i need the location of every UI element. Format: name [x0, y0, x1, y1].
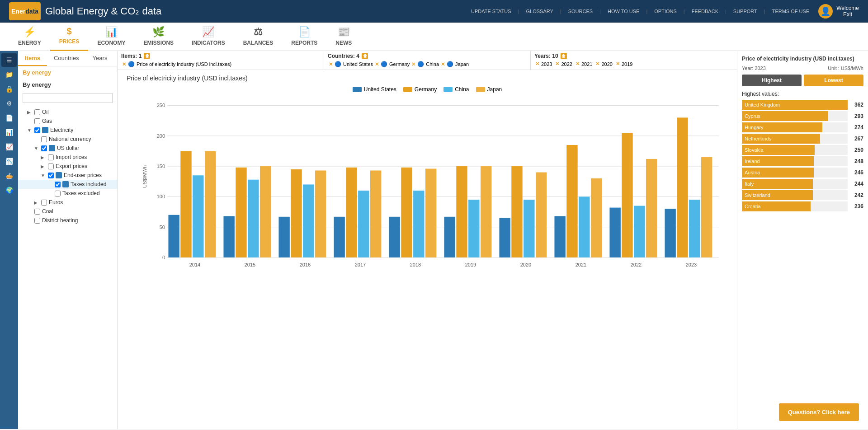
sub-tab-items[interactable]: Items	[18, 51, 47, 66]
tree-item-electricity[interactable]: ▼ Electricity	[18, 126, 117, 135]
balances-icon: ⚖	[254, 26, 263, 38]
arrow-icon	[27, 119, 33, 124]
bar	[223, 216, 234, 257]
years-trash-icon[interactable]: 🗑	[561, 53, 567, 59]
end-user-prices-checkbox[interactable]	[48, 173, 54, 178]
euros-checkbox[interactable]	[41, 200, 47, 206]
countries-entry-1: ✕ 🔵 Germany	[375, 61, 410, 67]
tree-item-import-prices[interactable]: ▶ Import prices	[18, 153, 117, 162]
sidebar-icon-lock[interactable]: 🔒	[1, 82, 17, 96]
sidebar-icon-chart[interactable]: 📊	[1, 126, 17, 139]
bar	[622, 133, 632, 257]
sub-tabs: Items Countries Years	[18, 51, 117, 66]
tab-economy[interactable]: 📊 ECONOMY	[88, 23, 134, 51]
sidebar-icon-globe[interactable]: 🌍	[1, 183, 17, 197]
tree-item-export-prices[interactable]: ▶ Export prices	[18, 162, 117, 171]
sidebar-icon-settings[interactable]: ⚙	[1, 97, 17, 110]
sources-link[interactable]: SOURCES	[568, 9, 593, 14]
countries-remove-1[interactable]: ✕	[375, 61, 379, 67]
coal-checkbox[interactable]	[34, 209, 40, 215]
tree-item-taxes-included[interactable]: Taxes included	[18, 180, 117, 189]
tree-item-coal[interactable]: Coal	[18, 207, 117, 216]
years-remove-2[interactable]: ✕	[576, 61, 580, 67]
years-remove-1[interactable]: ✕	[555, 61, 559, 67]
reports-icon: 📄	[298, 26, 311, 38]
highest-values-label: Highest values:	[742, 91, 863, 97]
taxes-excluded-checkbox[interactable]	[55, 191, 61, 196]
oil-checkbox[interactable]	[34, 109, 40, 115]
sidebar-icon-barchart[interactable]: 📉	[1, 154, 17, 168]
sidebar-icon-linechart[interactable]: 📈	[1, 140, 17, 154]
svg-text:2016: 2016	[300, 262, 311, 267]
tree-item-gas[interactable]: Gas	[18, 117, 117, 126]
rank-country: United Kingdom	[745, 102, 780, 108]
export-prices-checkbox[interactable]	[48, 164, 54, 169]
national-currency-checkbox[interactable]	[41, 136, 47, 142]
tree-item-taxes-excluded[interactable]: Taxes excluded	[18, 189, 117, 198]
items-trash-icon[interactable]: 🗑	[144, 53, 150, 59]
years-remove-0[interactable]: ✕	[535, 61, 539, 67]
legend-label-germany: Germany	[415, 86, 437, 93]
sidebar-icon-file[interactable]: 📄	[1, 111, 17, 125]
years-remove-3[interactable]: ✕	[595, 61, 599, 67]
rank-bar-container: Netherlands	[742, 134, 848, 144]
tab-prices[interactable]: $ PRICES	[50, 23, 89, 51]
electricity-checkbox[interactable]	[34, 127, 40, 133]
glossary-link[interactable]: GLOSSARY	[526, 9, 553, 14]
us-dollar-checkbox[interactable]	[41, 145, 47, 151]
taxes-included-checkbox[interactable]	[55, 182, 61, 187]
tree-item-end-user-prices[interactable]: ▼ End-user prices	[18, 171, 117, 180]
svg-text:2021: 2021	[576, 262, 586, 267]
page-title: Global Energy & CO₂ data	[45, 5, 471, 17]
rank-bar-container: United Kingdom	[742, 100, 848, 110]
tree-label: Export prices	[56, 163, 87, 169]
tab-energy[interactable]: ⚡ ENERGY	[9, 23, 50, 51]
countries-remove-2[interactable]: ✕	[411, 61, 415, 67]
tab-balances[interactable]: ⚖ BALANCES	[234, 23, 283, 51]
tree-item-district-heating[interactable]: District heating	[18, 216, 117, 225]
svg-text:2022: 2022	[631, 262, 642, 267]
tab-news[interactable]: 📰 NEWS	[326, 23, 361, 51]
search-input[interactable]	[23, 93, 113, 103]
sidebar-icon-folder[interactable]: 📁	[1, 68, 17, 81]
avatar[interactable]: 👤	[818, 4, 833, 19]
import-prices-checkbox[interactable]	[48, 154, 54, 160]
years-label: Years: 10	[534, 53, 558, 59]
tree-item-national-currency[interactable]: National currency	[18, 135, 117, 144]
countries-remove-3[interactable]: ✕	[441, 61, 445, 67]
support-link[interactable]: SUPPORT	[733, 9, 757, 14]
sub-tab-countries[interactable]: Countries	[47, 51, 86, 66]
questions-button[interactable]: Questions? Click here	[779, 403, 859, 421]
highest-button[interactable]: Highest	[742, 75, 802, 86]
items-entry-0: ✕ 🔵 Price of electricity industry (USD i…	[122, 61, 231, 67]
tab-indicators[interactable]: 📈 INDICATORS	[183, 23, 234, 51]
tree-item-oil[interactable]: ▶ Oil	[18, 108, 117, 117]
tree-item-us-dollar[interactable]: ▼ US dollar	[18, 144, 117, 153]
tab-emissions[interactable]: 🌿 EMISSIONS	[134, 23, 183, 51]
rank-bar-container: Ireland	[742, 156, 848, 166]
lowest-button[interactable]: Lowest	[804, 75, 863, 86]
years-remove-4[interactable]: ✕	[616, 61, 620, 67]
bar	[425, 168, 436, 257]
sub-tab-years[interactable]: Years	[86, 51, 114, 66]
svg-text:100: 100	[157, 194, 165, 199]
blue-icon	[62, 181, 69, 187]
sidebar-icon-list[interactable]: ☰	[1, 53, 17, 67]
countries-remove-0[interactable]: ✕	[329, 61, 333, 67]
tree-item-euros[interactable]: ▶ Euros	[18, 198, 117, 207]
tab-reports[interactable]: 📄 REPORTS	[282, 23, 326, 51]
how-to-use-link[interactable]: HOW TO USE	[608, 9, 640, 14]
countries-trash-icon[interactable]: 🗑	[362, 53, 368, 59]
unit-label: Unit : US$/MWh	[828, 65, 863, 71]
items-remove-0[interactable]: ✕	[122, 61, 126, 67]
gas-checkbox[interactable]	[34, 118, 40, 124]
years-selection: Years: 10 🗑 ✕ 2023 ✕ 2022 ✕ 2021	[531, 51, 737, 70]
district-heating-checkbox[interactable]	[34, 218, 40, 224]
terms-link[interactable]: TERMS OF USE	[772, 9, 810, 14]
update-status-link[interactable]: UPDATE STATUS	[471, 9, 511, 14]
sidebar-icon-pie[interactable]: 🥧	[1, 169, 17, 182]
svg-text:200: 200	[157, 133, 165, 139]
feedback-link[interactable]: FEEDBACK	[692, 9, 718, 14]
tree-label: Electricity	[50, 127, 73, 133]
options-link[interactable]: OPTIONS	[654, 9, 677, 14]
